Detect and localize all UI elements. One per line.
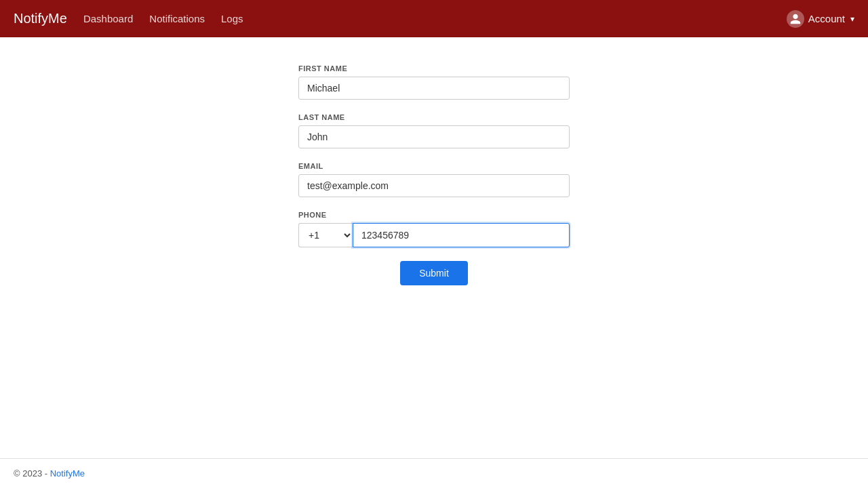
last-name-input[interactable] (298, 125, 570, 148)
nav-link-notifications[interactable]: Notifications (149, 13, 205, 24)
phone-country-select[interactable]: +1 +44 +91 +61 +49 (298, 223, 353, 247)
nav-link-dashboard[interactable]: Dashboard (83, 13, 133, 24)
account-label: Account (808, 13, 845, 24)
first-name-input[interactable] (298, 77, 570, 100)
email-group: EMAIL (298, 162, 570, 197)
first-name-label: FIRST NAME (298, 64, 570, 73)
account-menu[interactable]: Account ▾ (787, 10, 854, 28)
email-label: EMAIL (298, 162, 570, 170)
footer-copyright: © 2023 - (14, 468, 50, 479)
phone-input-group: +1 +44 +91 +61 +49 (298, 223, 570, 247)
nav-link-logs[interactable]: Logs (221, 13, 243, 24)
last-name-group: LAST NAME (298, 113, 570, 148)
account-icon (787, 10, 804, 28)
main-content: FIRST NAME LAST NAME EMAIL PHONE +1 +44 … (0, 37, 868, 312)
footer: © 2023 - NotifyMe (0, 458, 868, 488)
chevron-down-icon: ▾ (850, 14, 854, 24)
form-container: FIRST NAME LAST NAME EMAIL PHONE +1 +44 … (298, 64, 570, 285)
submit-button[interactable]: Submit (400, 261, 468, 285)
email-input[interactable] (298, 174, 570, 197)
last-name-label: LAST NAME (298, 113, 570, 121)
phone-number-input[interactable] (353, 223, 570, 247)
phone-label: PHONE (298, 211, 570, 219)
first-name-group: FIRST NAME (298, 64, 570, 100)
phone-group: PHONE +1 +44 +91 +61 +49 (298, 211, 570, 247)
footer-brand: NotifyMe (50, 468, 85, 479)
navbar-left: NotifyMe Dashboard Notifications Logs (14, 11, 243, 26)
navbar: NotifyMe Dashboard Notifications Logs Ac… (0, 0, 868, 37)
navbar-brand[interactable]: NotifyMe (14, 11, 67, 26)
